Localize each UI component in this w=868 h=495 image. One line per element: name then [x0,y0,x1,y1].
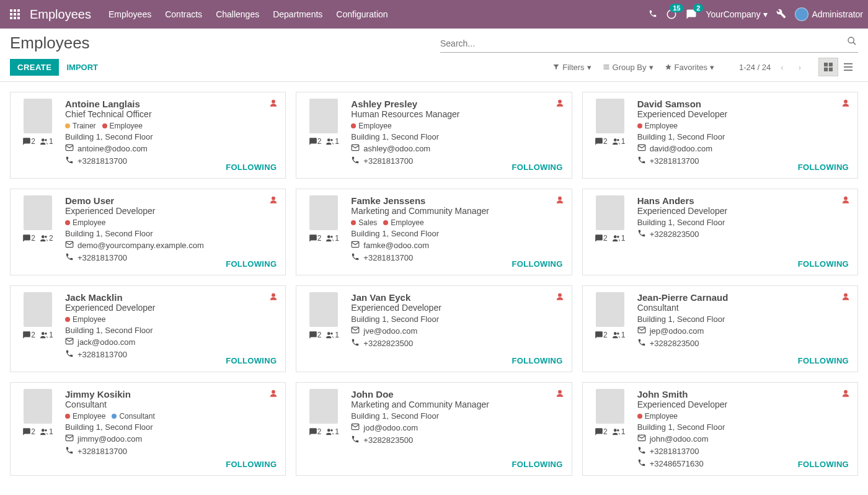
following-label[interactable]: FOLLOWING [798,163,849,172]
filters-dropdown[interactable]: Filters ▾ [552,63,591,72]
pager-next[interactable]: › [794,60,806,74]
employee-email: john@odoo.com [637,434,849,444]
svg-point-32 [617,139,619,141]
employee-photo [309,292,338,327]
person-icon [841,389,850,399]
person-icon [269,195,278,206]
phone-icon [65,349,74,360]
search-input[interactable] [440,35,858,52]
groupby-dropdown[interactable]: Group By ▾ [603,63,653,72]
svg-point-45 [272,293,275,297]
import-button[interactable]: IMPORT [59,59,105,76]
search-icon[interactable] [847,36,857,48]
tag-label: Employee [73,315,105,324]
employee-card[interactable]: 2 2 Demo User Experienced Developer Empl… [10,189,286,275]
following-label[interactable]: FOLLOWING [798,460,849,469]
employee-card[interactable]: 2 1 Jimmy Kosikin Consultant EmployeeCon… [10,382,286,476]
phone-icon [351,435,360,445]
tag-label: Employee [391,218,423,227]
nav-departments[interactable]: Departments [273,9,322,19]
tag-label: Employee [73,412,105,421]
svg-rect-6 [10,17,12,19]
svg-point-26 [558,100,562,104]
employee-location: Building 1, Second Floor [637,422,849,432]
message-count: 2 [595,427,608,436]
employee-email: jimmy@odoo.com [65,434,277,444]
employee-title: Marketing and Community Manager [351,206,562,216]
person-icon [556,99,564,109]
employee-location: Building 1, Second Floor [637,314,849,324]
user-name: Administrator [812,9,863,19]
tag-row: EmployeeConsultant [65,412,277,421]
following-label[interactable]: FOLLOWING [512,163,563,172]
phone-icon [637,446,646,457]
employee-name: Jan Van Eyck [351,292,562,303]
message-count: 2 [309,427,322,436]
employee-card[interactable]: 2 1 Jan Van Eyck Experienced Developer B… [296,285,572,372]
debug-icon[interactable] [776,9,786,20]
employee-card[interactable]: 2 1 Antoine Langlais Chief Technical Off… [10,92,286,179]
following-label[interactable]: FOLLOWING [798,356,849,365]
card-stats: 2 1 [22,427,53,436]
nav-contracts[interactable]: Contracts [165,9,202,19]
svg-point-57 [272,390,275,394]
following-label[interactable]: FOLLOWING [512,356,563,365]
employee-card[interactable]: 2 1 John Doe Marketing and Community Man… [296,382,572,476]
employee-name: David Samson [637,99,849,109]
following-label[interactable]: FOLLOWING [226,259,277,269]
employee-email: demo@yourcompany.example.com [65,240,277,251]
employee-card[interactable]: 2 1 Jean-Pierre Carnaud Consultant Build… [582,285,858,372]
employee-email: jep@odoo.com [637,326,849,336]
svg-point-47 [45,332,47,335]
card-stats: 2 2 [22,234,53,243]
following-label[interactable]: FOLLOWING [226,356,277,365]
svg-point-27 [327,138,330,141]
employee-location: Building 1, Second Floor [65,229,277,238]
employee-card[interactable]: 2 1 Hans Anders Experienced Developer Bu… [582,189,858,275]
phone-icon[interactable] [649,9,657,20]
view-list-button[interactable] [838,58,858,76]
employee-location: Building 1, Second Floor [65,422,277,432]
employee-email: jod@odoo.com [351,422,562,433]
favorites-dropdown[interactable]: Favorites ▾ [665,63,714,72]
following-label[interactable]: FOLLOWING [798,259,849,269]
employee-title: Experienced Developer [637,206,849,216]
following-label[interactable]: FOLLOWING [512,259,563,269]
following-label[interactable]: FOLLOWING [512,460,563,469]
apps-icon[interactable] [5,9,25,19]
create-button[interactable]: CREATE [10,59,59,76]
tag-label: Trainer [73,122,96,130]
employee-phone: +3282823500 [637,338,849,349]
message-count: 2 [22,234,35,243]
following-label[interactable]: FOLLOWING [226,163,277,172]
person-icon [269,99,278,109]
employee-photo [309,99,338,133]
svg-rect-0 [10,9,12,12]
employee-card[interactable]: 2 1 Ashley Presley Human Resources Manag… [296,92,572,179]
nav-employees[interactable]: Employees [108,9,151,19]
employee-location: Building 1, Second Floor [65,326,277,335]
following-label[interactable]: FOLLOWING [226,460,277,469]
employee-name: Jimmy Kosikin [65,389,277,399]
employee-card[interactable]: 2 1 David Samson Experienced Developer E… [582,92,858,179]
card-stats: 2 1 [22,137,53,146]
tag-row: TrainerEmployee [65,122,277,130]
pager: 1-24 / 24 ‹ › [739,60,806,74]
employee-card[interactable]: 2 1 Jack Macklin Experienced Developer E… [10,285,286,372]
follower-count: 1 [39,427,53,436]
person-icon [841,195,850,206]
employee-card[interactable]: 2 1 John Smith Experienced Developer Emp… [582,382,858,476]
notifications-icon[interactable]: 15 [666,9,677,20]
user-menu[interactable]: Administrator [795,7,863,21]
tag-row: Employee [351,122,562,130]
pager-prev[interactable]: ‹ [776,60,788,74]
nav-configuration[interactable]: Configuration [336,9,388,19]
view-kanban-button[interactable] [818,58,838,76]
company-switcher[interactable]: YourCompany ▾ [706,9,767,19]
svg-point-22 [272,100,275,104]
employee-location: Building 1, Second Floor [351,314,562,324]
nav-challenges[interactable]: Challenges [216,9,259,19]
phone-icon [637,458,646,469]
employee-card[interactable]: 2 1 Famke Jenssens Marketing and Communi… [296,189,572,275]
messages-icon[interactable]: 2 [686,9,697,20]
